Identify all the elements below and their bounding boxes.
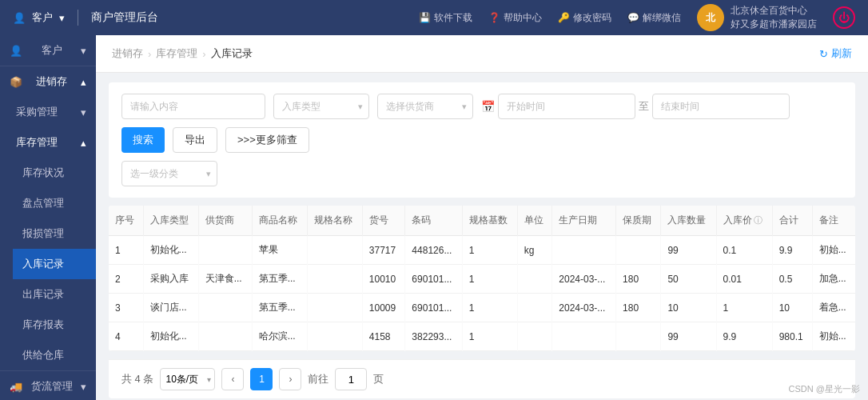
breadcrumb-item-1[interactable]: 进销存 [112,46,143,61]
table-row: 1初始化...苹果37717448126...1kg990.19.9初始... [109,236,855,265]
sidebar-item-inventory-count[interactable]: 盘点管理 [13,188,96,218]
inventory-chevron: ▴ [81,76,86,88]
page-1-button[interactable]: 1 [250,368,273,390]
cell-total-0: 9.9 [772,236,812,265]
system-title: 商户管理后台 [91,10,158,25]
th-inbound-type: 入库类型 [143,206,198,236]
cell-no-1: 2 [109,265,143,294]
cell-specBase-1: 1 [462,265,517,294]
search-input[interactable] [121,94,265,119]
inventory-count-label: 盘点管理 [22,196,64,210]
refresh-button[interactable]: ↻ 刷新 [819,46,852,61]
page-goto-input[interactable] [335,368,367,390]
th-remark: 备注 [812,206,855,236]
cell-inboundType-2: 谈门店... [143,294,198,322]
th-supplier: 供货商 [198,206,252,236]
cell-inboundQty-3: 99 [661,322,716,351]
start-date-input[interactable] [498,94,635,119]
th-total: 合计 [772,206,812,236]
inventory-icon: 📦 [10,76,22,88]
breadcrumb-item-2[interactable]: 库存管理 [156,46,197,61]
wechat-icon: 💬 [627,12,639,23]
th-unit: 单位 [517,206,552,236]
page-size-select[interactable]: 10条/页 20条/页 50条/页 [160,368,215,390]
inbound-type-select-wrapper: 入库类型 初始化 采购入库 调拨入库 [273,94,369,119]
table-row: 4初始化...哈尔滨...4158382293...1999.9980.1初始.… [109,322,855,351]
top-nav: 👤 客户 ▾ 商户管理后台 💾 软件下载 ❓ 帮助中心 🔑 修改密码 💬 解绑微… [0,0,868,35]
inbound-price-info-icon[interactable]: ⓘ [754,214,762,226]
cell-specName-2 [307,294,362,322]
date-separator: 至 [639,99,649,114]
customer-nav-icon: 👤 [10,45,22,57]
sidebar-item-loss-mgmt[interactable]: 报损管理 [13,218,96,249]
th-no: 序号 [109,206,143,236]
inbound-records-label: 入库记录 [22,257,64,271]
help-action[interactable]: ❓ 帮助中心 [488,11,542,25]
table-section: 序号 入库类型 供货商 商品名称 规格名称 货号 条码 规格基数 单位 生产日期… [109,206,855,351]
cell-productName-1: 第五季... [252,265,307,294]
help-icon: ❓ [488,12,500,23]
export-button[interactable]: 导出 [173,127,217,153]
inbound-records-table: 序号 入库类型 供货商 商品名称 规格名称 货号 条码 规格基数 单位 生产日期… [109,206,855,351]
cell-shelfLife-3 [616,322,661,351]
password-action[interactable]: 🔑 修改密码 [558,11,611,25]
supplier-select[interactable]: 选择供货商 [377,94,473,119]
sidebar-item-customer[interactable]: 👤 客户 ▾ [0,35,96,66]
cell-unit-2 [517,294,552,322]
th-product-name: 商品名称 [252,206,307,236]
sidebar-item-supply-warehouse[interactable]: 供给仓库 [13,340,96,370]
sidebar-item-stock-mgmt[interactable]: 库存管理 ▴ [6,127,96,158]
sidebar-item-outbound-records[interactable]: 出库记录 [13,279,96,310]
main-layout: 👤 客户 ▾ 📦 进销存 ▴ 采购管理 ▾ 库存管理 ▴ [0,35,868,400]
user-line1: 北京休全百货中心 [731,4,817,18]
sidebar-item-stock-report[interactable]: 库存报表 [13,310,96,340]
password-label: 修改密码 [573,11,611,25]
cell-productName-0: 苹果 [252,236,307,265]
nav-divider [78,10,78,26]
table-row: 2采购入库天津食...第五季...10010690101...12024-03-… [109,265,855,294]
inbound-type-select[interactable]: 入库类型 初始化 采购入库 调拨入库 [273,94,369,119]
breadcrumb-sep-2: › [202,48,205,60]
user-section: 北 北京休全百货中心 好又多超市潘家园店 [697,4,817,31]
stock-report-label: 库存报表 [22,318,64,332]
download-action[interactable]: 💾 软件下载 [419,11,472,25]
search-button-label: 搜索 [133,133,153,147]
power-button[interactable]: ⏻ [833,6,855,29]
cell-inboundPrice-1: 0.01 [716,265,772,294]
customer-nav-label: 客户 [42,43,62,58]
stock-sub: 库存状况 盘点管理 报损管理 入库记录 出库记录 库存报表 [6,158,96,370]
customer-label: 客户 [32,10,53,25]
search-button[interactable]: 搜索 [121,127,165,153]
table-body: 1初始化...苹果37717448126...1kg990.19.9初始...2… [109,236,855,351]
sidebar-item-inventory[interactable]: 📦 进销存 ▴ [0,66,96,97]
supplier-select-wrapper: 选择供货商 [377,94,473,119]
nav-left: 👤 客户 ▾ 商户管理后台 [13,10,158,26]
customer-nav-chevron: ▾ [81,45,86,57]
table-header: 序号 入库类型 供货商 商品名称 规格名称 货号 条码 规格基数 单位 生产日期… [109,206,855,236]
next-page-button[interactable]: › [279,368,301,390]
table-row: 3谈门店...第五季...10009690101...12024-03-...1… [109,294,855,322]
sidebar-item-stock-status[interactable]: 库存状况 [13,158,96,188]
sidebar-item-logistics[interactable]: 🚚 货流管理 ▾ [0,371,96,400]
nav-chevron: ▾ [59,12,65,24]
content-area: 进销存 › 库存管理 › 入库记录 ↻ 刷新 入库类型 初始化 采购入库 调拨入… [96,35,868,400]
cell-total-3: 980.1 [772,322,812,351]
cell-specName-3 [307,322,362,351]
end-date-input[interactable] [652,94,790,119]
sidebar-item-inbound-records[interactable]: 入库记录 [13,249,96,279]
cell-inboundPrice-3: 9.9 [716,322,772,351]
download-icon: 💾 [419,12,431,23]
wechat-action[interactable]: 💬 解绑微信 [627,11,681,25]
sidebar-item-purchase-mgmt[interactable]: 采购管理 ▾ [6,97,96,127]
goto-label: 前往 [308,372,328,386]
breadcrumb-sep-1: › [148,48,151,60]
th-shelf-life: 保质期 [616,206,661,236]
more-filter-button[interactable]: >>>更多筛查 [225,127,309,153]
logistics-chevron: ▾ [81,381,86,393]
user-info: 北京休全百货中心 好又多超市潘家园店 [731,4,817,31]
cell-remark-1: 加急... [812,265,855,294]
prev-page-button[interactable]: ‹ [221,368,244,390]
cell-total-1: 0.5 [772,265,812,294]
filter-section: 入库类型 初始化 采购入库 调拨入库 选择供货商 📅 至 [109,82,855,198]
category-select[interactable]: 选一级分类 [121,161,217,186]
